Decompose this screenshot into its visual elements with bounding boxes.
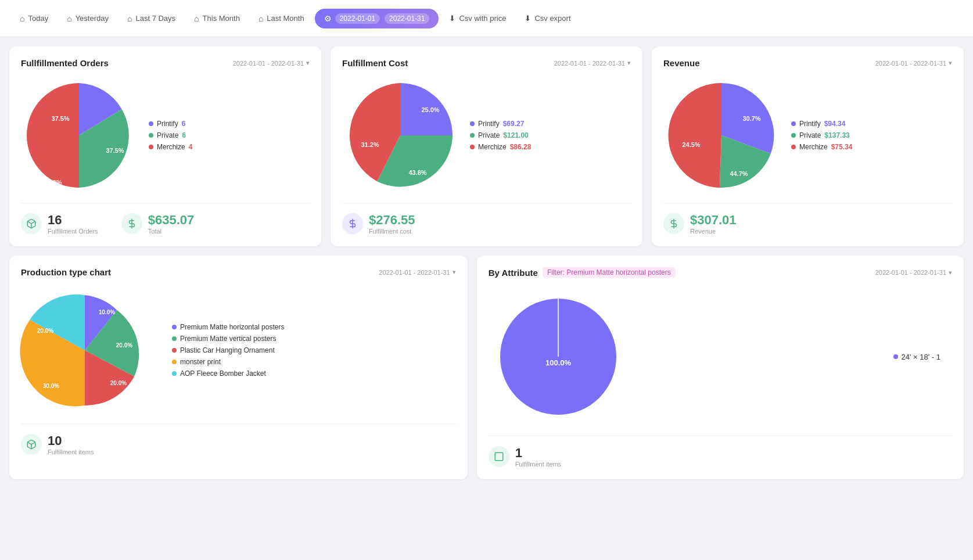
prod-legend-1: Premium Matte horizontal posters <box>172 323 284 331</box>
card-date-cost[interactable]: 2022-01-01 - 2022-01-31 ▾ <box>554 59 631 67</box>
fulfilled-legend: Printify 6 Private 6 Merchize 4 <box>149 120 192 151</box>
legend-private: Private 6 <box>149 131 192 139</box>
prod-dot-2 <box>172 336 177 341</box>
cost-pie-chart: 25.0% 43.8% 31.2% <box>342 77 458 193</box>
rev-dot-merchize <box>791 145 796 149</box>
stat-count: 16 Fulfillment Orders <box>21 213 98 235</box>
stat-total: $635.07 Total <box>121 213 195 235</box>
stat-production-count: 10 Fulfillment items <box>21 433 94 455</box>
home-icon: ⌂ <box>20 14 24 23</box>
nav-yesterday[interactable]: ⌂ Yesterday <box>59 9 117 28</box>
svg-text:31.2%: 31.2% <box>361 141 379 148</box>
revenue-legend-merchize: Merchize $75.34 <box>791 143 852 151</box>
card-date-attr[interactable]: 2022-01-01 - 2022-01-31 ▾ <box>875 269 952 277</box>
home-icon-4: ⌂ <box>194 14 199 23</box>
svg-text:37.5%: 37.5% <box>51 115 69 122</box>
cost-dot-merchize <box>470 145 475 149</box>
nav-thismonth[interactable]: ⌂ This Month <box>186 9 248 28</box>
svg-rect-22 <box>495 453 503 461</box>
cost-legend: Printify $69.27 Private $121.00 Merchize… <box>470 120 531 151</box>
fulfilled-count-label: Fulfillment Orders <box>48 228 98 235</box>
revenue-stats: $307.01 Revenue <box>663 203 952 235</box>
svg-text:20.0%: 20.0% <box>116 342 132 349</box>
nav-date-range[interactable]: ⚙ 2022-01-01 2022-01-31 <box>315 9 439 28</box>
gear-icon: ⚙ <box>324 14 332 23</box>
main-content: Fullfillmented Orders 2022-01-01 - 2022-… <box>0 37 973 489</box>
attr-filter-badge: Filter: Premium Matte horizontal posters <box>543 267 676 278</box>
attr-count-label: Fulfillment items <box>515 461 561 468</box>
stat-cost-total: $276.55 Fulfillment cost <box>342 213 415 235</box>
svg-text:24.5%: 24.5% <box>682 141 700 148</box>
csv-export-button[interactable]: ⬇ Csv export <box>516 9 579 27</box>
dot-merchize <box>149 145 153 149</box>
csv-price-button[interactable]: ⬇ Csv with price <box>441 9 514 27</box>
cost-legend-private: Private $121.00 <box>470 131 531 139</box>
download-icon-2: ⬇ <box>525 14 531 23</box>
fulfilled-pie-chart: 37.5% 37.5% 25.0% <box>21 77 137 193</box>
svg-text:30.7%: 30.7% <box>742 115 760 122</box>
attr-stats: 1 Fulfillment items <box>489 436 952 468</box>
attr-pie-chart: 100.0% <box>489 287 628 426</box>
svg-text:43.8%: 43.8% <box>408 169 426 176</box>
attr-chart-row: 100.0% 24' × 18' - 1 <box>489 287 952 426</box>
production-stats: 10 Fulfillment items <box>21 423 456 455</box>
dollar-icon <box>121 213 142 234</box>
production-chart-card: Production type chart 2022-01-01 - 2022-… <box>9 256 468 479</box>
card-title-cost: Fulfillment Cost <box>342 58 408 68</box>
revenue-legend-private: Private $137.33 <box>791 131 852 139</box>
attr-count: 1 <box>515 446 561 461</box>
svg-text:100.0%: 100.0% <box>545 358 572 367</box>
card-date-production[interactable]: 2022-01-01 - 2022-01-31 ▾ <box>379 268 455 276</box>
dollar-icon-cost <box>342 213 363 234</box>
svg-text:20.0%: 20.0% <box>37 328 53 334</box>
nav-today[interactable]: ⌂ Today <box>12 9 56 28</box>
card-title-revenue: Revenue <box>663 58 700 68</box>
cost-stats: $276.55 Fulfillment cost <box>342 203 631 235</box>
date-range-display: 2022-01-01 2022-01-31 <box>335 13 430 24</box>
card-title-production: Production type chart <box>21 267 111 277</box>
cost-legend-merchize: Merchize $86.28 <box>470 143 531 151</box>
chart-area-production: 10.0% 20.0% 20.0% 30.0% 20.0% Premium Ma… <box>21 286 456 414</box>
cost-total-label: Fulfillment cost <box>369 228 415 235</box>
svg-text:37.5%: 37.5% <box>106 147 124 154</box>
card-date-revenue[interactable]: 2022-01-01 - 2022-01-31 ▾ <box>875 59 952 67</box>
chart-area-revenue: 30.7% 44.7% 24.5% Printify $94.34 Privat… <box>663 77 952 193</box>
revenue-card: Revenue 2022-01-01 - 2022-01-31 ▾ 30.7% … <box>652 46 964 246</box>
dot-private <box>149 133 153 138</box>
prod-dot-4 <box>172 360 177 364</box>
production-count-label: Fulfillment items <box>48 448 94 455</box>
card-header-production: Production type chart 2022-01-01 - 2022-… <box>21 267 456 277</box>
download-icon: ⬇ <box>449 14 455 23</box>
card-header-cost: Fulfillment Cost 2022-01-01 - 2022-01-31… <box>342 58 631 68</box>
prod-legend-3: Plastic Car Hanging Ornament <box>172 346 284 354</box>
chart-area-cost: 25.0% 43.8% 31.2% Printify $69.27 Privat… <box>342 77 631 193</box>
svg-text:10.0%: 10.0% <box>99 309 115 315</box>
stat-revenue-total: $307.01 Revenue <box>663 213 737 235</box>
prod-legend-4: monster print <box>172 358 284 366</box>
fulfilled-orders-card: Fullfillmented Orders 2022-01-01 - 2022-… <box>9 46 321 246</box>
fulfilled-total-label: Total <box>148 228 195 235</box>
dollar-icon-revenue <box>663 213 684 234</box>
card-header-revenue: Revenue 2022-01-01 - 2022-01-31 ▾ <box>663 58 952 68</box>
card-date-fulfilled[interactable]: 2022-01-01 - 2022-01-31 ▾ <box>233 59 310 67</box>
cost-dot-printify <box>470 121 475 126</box>
nav-lastmonth[interactable]: ⌂ Last Month <box>250 9 313 28</box>
revenue-total-label: Revenue <box>690 228 737 235</box>
square-icon-attr <box>489 446 509 467</box>
svg-text:25.0%: 25.0% <box>421 106 439 113</box>
top-navigation: ⌂ Today ⌂ Yesterday ⌂ Last 7 Days ⌂ This… <box>0 0 973 37</box>
attr-dot-1 <box>893 354 898 359</box>
svg-text:44.7%: 44.7% <box>730 170 748 177</box>
rev-dot-printify <box>791 121 796 126</box>
home-icon-5: ⌂ <box>258 14 263 23</box>
box-icon-production <box>21 434 42 455</box>
nav-last7days[interactable]: ⌂ Last 7 Days <box>119 9 184 28</box>
stat-attr-count: 1 Fulfillment items <box>489 446 561 468</box>
legend-printify: Printify 6 <box>149 120 192 128</box>
prod-legend-5: AOP Fleece Bomber Jacket <box>172 369 284 378</box>
home-icon-3: ⌂ <box>127 14 132 23</box>
revenue-legend: Printify $94.34 Private $137.33 Merchize… <box>791 120 852 151</box>
revenue-legend-printify: Printify $94.34 <box>791 120 852 128</box>
svg-text:30.0%: 30.0% <box>43 383 59 389</box>
rev-dot-private <box>791 133 796 138</box>
